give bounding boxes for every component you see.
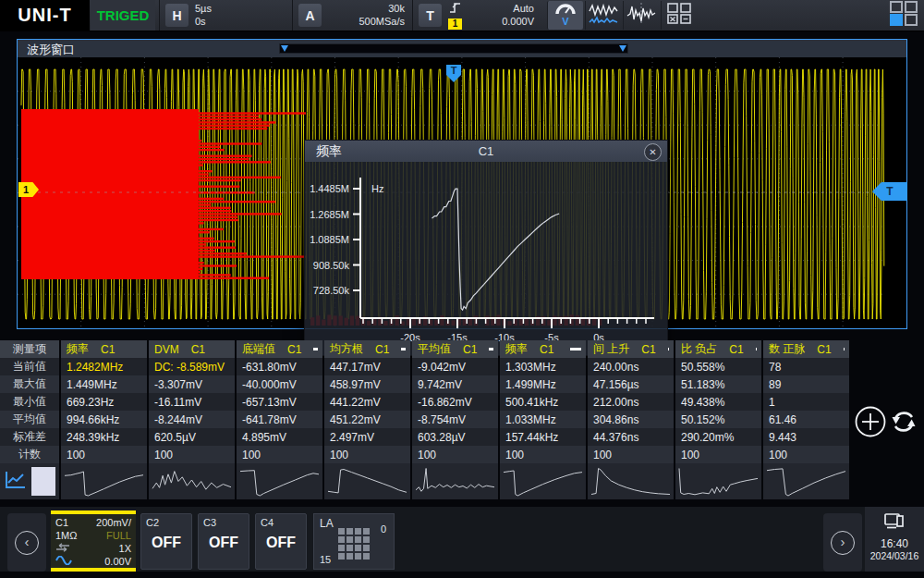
meas-value-cell: 620.5µV	[149, 428, 235, 446]
meas-value-cell: DC: -8.589mV	[149, 358, 235, 375]
channel4-card[interactable]: C4 OFF	[255, 513, 307, 570]
meas-col-header[interactable]: 频率C1	[500, 340, 586, 358]
channel2-name: C2	[146, 517, 159, 528]
acquire-button[interactable]: A	[298, 4, 322, 27]
acquire-values: 30k 500MSa/s	[328, 3, 405, 28]
chevron-right-icon: ›	[831, 531, 855, 555]
row-label: 测量项	[0, 340, 59, 358]
trigger-slope-icon	[449, 1, 462, 18]
sparkline-indicator-dash	[489, 348, 493, 350]
meas-value-cell: -40.000mV	[237, 375, 322, 393]
horizontal-button[interactable]: H	[165, 4, 188, 27]
svg-text:908.50k: 908.50k	[313, 260, 350, 271]
meas-value-cell: 1.2482MHz	[61, 358, 147, 375]
meas-sparkline	[61, 463, 147, 499]
brand-logo-text: UNI-T	[18, 5, 71, 26]
meas-col-header[interactable]: 平均值C1	[412, 340, 498, 358]
channel3-card[interactable]: C3 OFF	[198, 513, 249, 570]
meas-value-cell: -631.80mV	[237, 358, 322, 375]
fft-icon	[589, 2, 618, 30]
sparkline-indicator-dash	[756, 348, 757, 350]
horizontal-values: 5µs 0s	[195, 3, 212, 28]
svg-text:1.4485M: 1.4485M	[310, 183, 349, 194]
meas-col-header[interactable]: 比 负占C1	[675, 340, 761, 358]
panel-collapse-left-button[interactable]: ‹	[7, 513, 46, 572]
meas-col-header[interactable]: 间 上升C1	[588, 340, 674, 358]
display-layout-button[interactable]	[887, 2, 920, 29]
channel2-card[interactable]: C2 OFF	[140, 513, 192, 570]
meas-sparkline	[237, 463, 322, 499]
sparkline-toggle-cell[interactable]	[0, 463, 59, 499]
channel1-card[interactable]: C1 200mV/ 1MΩ FULL 1X 0	[51, 510, 136, 572]
horizontal-offset-value: 0s	[195, 16, 212, 29]
chevron-left-icon: ‹	[15, 531, 39, 555]
meas-sparkline	[675, 463, 761, 499]
meas-value-cell: 248.39kHz	[61, 428, 147, 446]
trigger-source-badge: 1	[448, 18, 462, 30]
trigger-level-value: 0.000V	[468, 16, 534, 29]
oscilloscope-screen: UNI-T TRIGED H 5µs 0s A 30k 500MSa/s T 1	[0, 0, 924, 578]
meas-value-cell: 447.17mV	[324, 358, 410, 375]
horizontal-scrollbar[interactable]	[279, 43, 628, 54]
meas-value-cell: 51.183%	[675, 375, 761, 393]
meas-value-cell: 304.86ns	[588, 411, 674, 428]
dvm-tool-button[interactable]: V	[547, 1, 583, 30]
meas-value-cell: 212.00ns	[588, 393, 674, 411]
logic-analyzer-card[interactable]: LA 0 15	[313, 513, 395, 570]
meas-col-header[interactable]: 频率C1	[61, 340, 147, 358]
meas-value-cell: -8.754mV	[412, 411, 498, 428]
scrollbar-right-marker-icon	[619, 45, 626, 52]
channel1-name: C1	[55, 517, 68, 528]
waveform-analysis-button[interactable]	[623, 1, 659, 30]
meas-col-header[interactable]: DVMC1	[149, 340, 235, 358]
channel1-probe: 1X	[119, 543, 131, 554]
row-label: 最大值	[0, 375, 59, 393]
channel4-name: C4	[261, 517, 274, 528]
meas-sparkline	[149, 463, 235, 499]
trigger-settings-block[interactable]: T 1 Auto 0.000V	[412, 0, 540, 31]
remote-display-icon	[865, 512, 924, 536]
meas-value-cell: -3.307mV	[149, 375, 235, 393]
meas-value-cell: -641.78mV	[237, 411, 322, 428]
top-toolbar: UNI-T TRIGED H 5µs 0s A 30k 500MSa/s T 1	[0, 0, 924, 31]
sparkline-indicator-dash	[844, 348, 845, 350]
acquire-settings-block[interactable]: A 30k 500MSa/s	[292, 0, 410, 31]
meas-value-cell: 458.97mV	[324, 375, 410, 393]
meas-value-cell: 100	[412, 446, 498, 463]
meas-value-cell: 1.303MHz	[500, 358, 586, 375]
trigger-status-label: TRIGED	[91, 0, 155, 31]
meas-value-cell: 100	[500, 446, 586, 463]
trend-chart-icon	[4, 469, 28, 495]
system-clock[interactable]: 16:40 2024/03/16	[865, 507, 924, 572]
sparkline-indicator-dash	[313, 348, 318, 350]
fft-tool-button[interactable]	[585, 1, 621, 30]
windows-tool-button[interactable]	[661, 1, 697, 30]
meas-value-cell: 9.742mV	[412, 375, 498, 393]
meas-value-cell: 1.499MHz	[500, 375, 586, 393]
meas-value-cell: -16.11mV	[149, 393, 235, 411]
meas-value-cell: 669.23Hz	[61, 393, 147, 411]
refresh-statistics-button[interactable]	[889, 408, 918, 436]
meas-value-cell: 100	[149, 446, 235, 463]
trigger-button[interactable]: T	[419, 4, 442, 27]
svg-text:Hz: Hz	[371, 183, 383, 194]
close-icon[interactable]: ✕	[644, 143, 662, 161]
panel-expand-right-button[interactable]: ›	[823, 513, 862, 572]
meas-sparkline	[763, 463, 849, 499]
sparkline-indicator-dash	[668, 348, 669, 350]
waveform-window-header: 波形窗口	[18, 40, 906, 57]
memory-depth-value: 30k	[328, 3, 405, 16]
sample-rate-value: 500MSa/s	[328, 16, 405, 29]
meas-col-header[interactable]: 底端值C1	[237, 340, 322, 358]
svg-text:1.2685M: 1.2685M	[310, 209, 349, 220]
la-low-bit: 15	[320, 554, 331, 565]
waveform-window: 波形窗口 T 1 T 频率 C1 ✕ 1.4485M1.2685M1.0885M…	[17, 39, 907, 329]
meas-value-cell: 441.22mV	[324, 393, 410, 411]
popup-titlebar[interactable]: 频率 C1 ✕	[305, 141, 667, 162]
horizontal-settings-block[interactable]: H 5µs 0s	[159, 0, 290, 31]
meas-value-cell: 100	[588, 446, 674, 463]
sparkline-mode-button[interactable]	[31, 467, 55, 496]
meas-col-header[interactable]: 均方根C1	[324, 340, 410, 358]
meas-col-header[interactable]: 数 正脉C1	[763, 340, 849, 358]
add-measurement-button[interactable]	[853, 404, 888, 439]
